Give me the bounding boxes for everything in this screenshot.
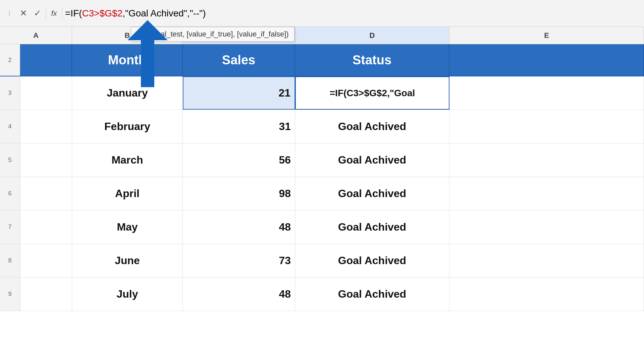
col-header-a[interactable]: A xyxy=(0,27,72,44)
table-row: 5 March 56 Goal Achived xyxy=(0,143,644,177)
table-row: 4 February 31 Goal Achived xyxy=(0,110,644,143)
cell-status-july[interactable]: Goal Achived xyxy=(295,278,449,311)
empty-cell-e2[interactable] xyxy=(449,44,644,76)
row-num-3: 3 xyxy=(0,76,20,110)
cell-status-march[interactable]: Goal Achived xyxy=(295,143,449,177)
spreadsheet: 2 Month Sales Status 3 January 21 =IF(C3… xyxy=(0,44,644,311)
empty-cell-a2[interactable] xyxy=(20,44,72,76)
cell-status-april[interactable]: Goal Achived xyxy=(295,177,449,210)
row-num-8: 8 xyxy=(0,244,20,277)
cell-a9[interactable] xyxy=(20,278,72,311)
cell-sales-march[interactable]: 56 xyxy=(183,143,295,177)
cell-sales-may[interactable]: 48 xyxy=(183,210,295,244)
row-num-5: 5 xyxy=(0,143,20,177)
cell-e6[interactable] xyxy=(449,177,644,210)
table-row: 7 May 48 Goal Achived xyxy=(0,210,644,244)
formula-red-part: C3>$G$2 xyxy=(82,8,123,18)
cell-sales-july[interactable]: 48 xyxy=(183,278,295,311)
cell-a5[interactable] xyxy=(20,143,72,177)
header-sales[interactable]: Sales xyxy=(183,44,295,76)
cell-month-february[interactable]: February xyxy=(72,110,183,143)
formula-bar-controls: ⋮ ✕ ✓ fx xyxy=(3,7,62,20)
cell-e3[interactable] xyxy=(449,76,644,110)
cell-month-april[interactable]: April xyxy=(72,177,183,210)
fx-label: fx xyxy=(46,7,62,20)
cell-a4[interactable] xyxy=(20,110,72,143)
confirm-icon: ✓ xyxy=(34,8,41,18)
cell-sales-february[interactable]: 31 xyxy=(183,110,295,143)
row-num-7: 7 xyxy=(0,210,20,244)
cell-month-may[interactable]: May xyxy=(72,210,183,244)
cell-sales-january[interactable]: 21 xyxy=(183,76,295,110)
cell-status-january[interactable]: =IF(C3>$G$2,"Goal xyxy=(295,76,449,110)
cell-sales-april[interactable]: 98 xyxy=(183,177,295,210)
row-num-6: 6 xyxy=(0,177,20,210)
cell-month-july[interactable]: July xyxy=(72,278,183,311)
cell-e4[interactable] xyxy=(449,110,644,143)
cell-status-may[interactable]: Goal Achived xyxy=(295,210,449,244)
table-row: 3 January 21 =IF(C3>$G$2,"Goal xyxy=(0,76,644,110)
cell-a8[interactable] xyxy=(20,244,72,277)
formula-bar: ⋮ ✕ ✓ fx =IF(C3>$G$2,"Goal Achived","--"… xyxy=(0,0,644,27)
table-row: 6 April 98 Goal Achived xyxy=(0,177,644,210)
cell-status-june[interactable]: Goal Achived xyxy=(295,244,449,277)
row-num-2: 2 xyxy=(0,44,20,76)
cell-e5[interactable] xyxy=(449,143,644,177)
column-headers: A B C D E xyxy=(0,27,644,44)
cell-sales-june[interactable]: 73 xyxy=(183,244,295,277)
table-row: 8 June 73 Goal Achived xyxy=(0,244,644,278)
confirm-button[interactable]: ✓ xyxy=(32,7,44,19)
cell-e8[interactable] xyxy=(449,244,644,277)
cell-a7[interactable] xyxy=(20,210,72,244)
cell-month-june[interactable]: June xyxy=(72,244,183,277)
cell-a6[interactable] xyxy=(20,177,72,210)
blue-arrow xyxy=(101,20,174,88)
cell-a3[interactable] xyxy=(20,76,72,110)
cell-status-february[interactable]: Goal Achived xyxy=(295,110,449,143)
svg-marker-0 xyxy=(127,20,168,87)
row-num-9: 9 xyxy=(0,278,20,311)
formula-input[interactable]: =IF(C3>$G$2,"Goal Achived","--") xyxy=(65,8,206,19)
formula-normal-part: =IF( xyxy=(65,8,82,18)
cell-month-march[interactable]: March xyxy=(72,143,183,177)
row-num-4: 4 xyxy=(0,110,20,143)
cell-e9[interactable] xyxy=(449,278,644,311)
more-options-button[interactable]: ⋮ xyxy=(3,7,15,19)
table-header-row: 2 Month Sales Status xyxy=(0,44,644,76)
cell-e7[interactable] xyxy=(449,210,644,244)
cancel-button[interactable]: ✕ xyxy=(17,7,30,19)
table-row: 9 July 48 Goal Achived xyxy=(0,278,644,311)
formula-end-part: ,"Goal Achived","--") xyxy=(122,8,206,18)
header-status[interactable]: Status xyxy=(295,44,449,76)
col-header-e[interactable]: E xyxy=(449,27,644,44)
cancel-icon: ✕ xyxy=(20,8,27,18)
col-header-d[interactable]: D xyxy=(295,27,449,44)
